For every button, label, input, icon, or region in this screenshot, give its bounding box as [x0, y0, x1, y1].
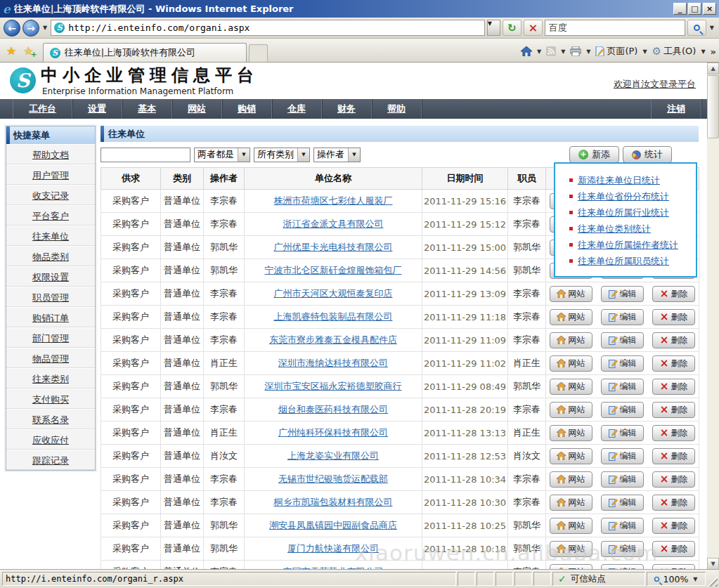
resize-grip[interactable]	[707, 575, 718, 587]
edit-button[interactable]: 编辑	[601, 564, 644, 570]
stats-menu-item[interactable]: 往来单位所属行业统计	[558, 204, 693, 221]
delete-button[interactable]: × 删除	[652, 471, 695, 488]
more-commands-button[interactable]: »	[711, 46, 716, 57]
delete-button[interactable]: × 删除	[652, 309, 695, 325]
company-link[interactable]: 株洲市荷塘区七彩佳人服装厂	[274, 195, 393, 206]
sidebar-item-往来类别[interactable]: 往来类别	[6, 368, 95, 388]
welcome-user-link[interactable]: 欢迎肖汝文登录平台	[614, 78, 696, 91]
delete-button[interactable]: × 删除	[652, 495, 695, 511]
delete-button[interactable]: × 删除	[652, 355, 695, 372]
delete-button[interactable]: × 删除	[652, 402, 695, 418]
company-link[interactable]: 深圳市海纳达科技有限公司	[278, 358, 388, 368]
website-button[interactable]: 网站	[550, 448, 592, 464]
website-button[interactable]: 网站	[550, 564, 592, 570]
sidebar-item-收支记录[interactable]: 收支记录	[6, 185, 95, 205]
stats-menu-item[interactable]: 往来单位省份分布统计	[558, 188, 693, 204]
browser-tab[interactable]: S 往来单位|上海顶岭软件有限公司	[43, 43, 247, 62]
refresh-button[interactable]: ↻	[503, 20, 522, 36]
website-button[interactable]: 网站	[550, 541, 592, 557]
sidebar-item-购销订单[interactable]: 购销订单	[6, 307, 95, 327]
nav-item-网站[interactable]: 网站	[172, 99, 222, 119]
company-link[interactable]: 东莞市寮步雅泰五金模具配件店	[269, 334, 397, 345]
company-link[interactable]: 厦门力航快递有限公司	[287, 543, 379, 554]
website-button[interactable]: 网站	[550, 402, 592, 418]
stats-menu-item[interactable]: 往来单位类别统计	[558, 221, 693, 237]
stats-menu-link[interactable]: 往来单位类别统计	[578, 223, 651, 235]
sidebar-item-权限设置[interactable]: 权限设置	[6, 266, 95, 287]
company-link[interactable]: 潮安县凤凰镇园中园副食品商店	[269, 520, 397, 530]
address-field[interactable]: S http://i.enteinfo.com/organi.aspx	[51, 20, 485, 36]
print-dropdown-icon[interactable]: ▼	[585, 48, 592, 55]
delete-button[interactable]: × 删除	[652, 448, 695, 464]
stats-button[interactable]: 统计	[623, 146, 672, 163]
nav-item-基本[interactable]: 基本	[122, 99, 172, 119]
close-button[interactable]: ×	[703, 3, 716, 15]
nav-item-工作台[interactable]: 工作台	[13, 99, 72, 119]
nav-item-设置[interactable]: 设置	[72, 99, 122, 119]
sidebar-item-帮助文档[interactable]: 帮助文档	[6, 144, 95, 164]
operator-select[interactable]: 操作者 ▼	[313, 148, 361, 162]
scrollbar-thumb[interactable]	[707, 75, 719, 138]
edit-button[interactable]: 编辑	[601, 518, 644, 534]
edit-button[interactable]: 编辑	[601, 471, 644, 488]
add-favorite-button[interactable]: ★+	[23, 46, 33, 57]
website-button[interactable]: 网站	[550, 379, 592, 395]
edit-button[interactable]: 编辑	[601, 379, 644, 395]
scroll-down-icon[interactable]: ▼	[707, 558, 719, 569]
nav-item-仓库[interactable]: 仓库	[272, 99, 322, 119]
tools-menu-button[interactable]: ⚙ 工具(O)	[652, 45, 697, 58]
zoom-control[interactable]: 100% ▼	[647, 572, 706, 586]
search-options-dropdown-icon[interactable]: ▼	[708, 25, 715, 31]
home-dropdown-icon[interactable]: ▼	[536, 48, 543, 55]
sidebar-item-跟踪记录[interactable]: 跟踪记录	[6, 450, 95, 470]
add-button[interactable]: + 新添	[569, 146, 619, 163]
edit-button[interactable]: 编辑	[601, 541, 644, 557]
company-link[interactable]: 上海凯睿特包装制品有限公司	[274, 311, 393, 322]
company-link[interactable]: 广州优里卡光电科技有限公司	[274, 242, 393, 252]
nav-logout[interactable]: 注销	[651, 99, 701, 119]
delete-button[interactable]: × 删除	[652, 564, 695, 570]
stats-menu-item[interactable]: 往来单位所属操作者统计	[558, 237, 693, 253]
company-link[interactable]: 无锡市世纪银驰货运配载部	[278, 473, 388, 484]
company-link[interactable]: 宁波市北仑区新矸金煌服饰箱包厂	[265, 265, 402, 275]
feeds-button[interactable]	[546, 46, 556, 56]
page-dropdown-icon[interactable]: ▼	[641, 48, 648, 55]
nav-item-购销[interactable]: 购销	[222, 99, 272, 119]
sidebar-item-用户管理[interactable]: 用户管理	[6, 164, 95, 185]
sidebar-item-联系名录[interactable]: 联系名录	[6, 409, 95, 429]
delete-button[interactable]: × 删除	[652, 541, 695, 557]
sidebar-item-往来单位[interactable]: 往来单位	[6, 226, 95, 246]
vertical-scrollbar[interactable]: ▲ ▼	[707, 63, 719, 569]
company-link[interactable]: 桐乡市凯瑞包装材料有限公司	[274, 497, 393, 507]
edit-button[interactable]: 编辑	[601, 402, 644, 418]
sidebar-item-物品类别[interactable]: 物品类别	[6, 246, 95, 266]
back-button[interactable]: ←	[4, 20, 20, 37]
stats-menu-link[interactable]: 新添往来单位日统计	[578, 174, 660, 187]
delete-button[interactable]: × 删除	[652, 286, 695, 302]
maximize-button[interactable]: □	[688, 3, 701, 15]
edit-button[interactable]: 编辑	[601, 286, 644, 302]
stop-button[interactable]: ×	[524, 20, 543, 36]
new-tab-button[interactable]	[249, 44, 268, 62]
delete-button[interactable]: × 删除	[652, 332, 695, 348]
delete-button[interactable]: × 删除	[652, 518, 695, 534]
delete-button[interactable]: × 删除	[652, 379, 695, 395]
website-button[interactable]: 网站	[550, 332, 592, 348]
sidebar-item-支付购买[interactable]: 支付购买	[6, 388, 95, 409]
search-input[interactable]	[545, 20, 685, 36]
minimize-button[interactable]: _	[673, 3, 687, 15]
favorites-button[interactable]: ★	[6, 46, 16, 57]
edit-button[interactable]: 编辑	[601, 309, 644, 325]
sidebar-item-应收应付[interactable]: 应收应付	[6, 429, 95, 450]
nav-item-帮助[interactable]: 帮助	[372, 99, 422, 119]
scroll-up-icon[interactable]: ▲	[707, 63, 719, 74]
address-dropdown-button[interactable]: ▼	[487, 20, 500, 36]
sidebar-item-职员管理[interactable]: 职员管理	[6, 287, 95, 307]
company-link[interactable]: 广州市天河区大观恒泰复印店	[274, 288, 393, 299]
keyword-input[interactable]	[101, 148, 190, 162]
page-menu-button[interactable]: 页面(P)	[595, 45, 637, 58]
tools-dropdown-icon[interactable]: ▼	[699, 48, 706, 55]
company-link[interactable]: 深圳市宝安区福永宏裕德塑胶商行	[265, 381, 402, 391]
sidebar-item-平台客户[interactable]: 平台客户	[6, 205, 95, 226]
edit-button[interactable]: 编辑	[601, 332, 644, 348]
